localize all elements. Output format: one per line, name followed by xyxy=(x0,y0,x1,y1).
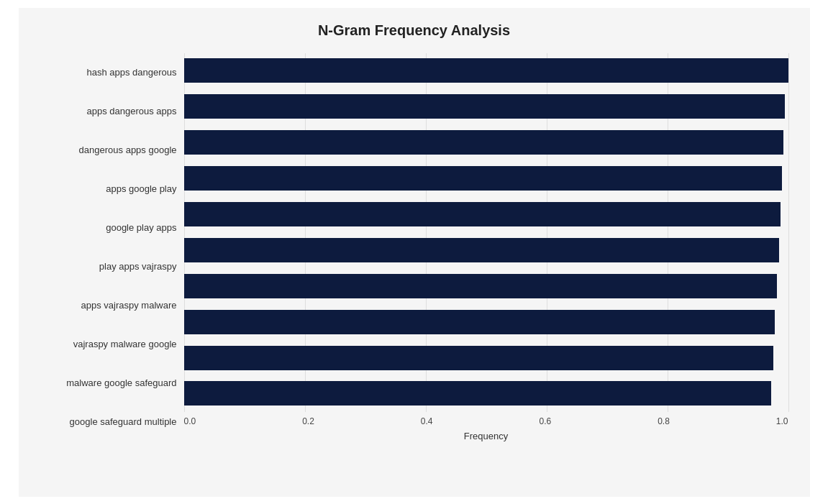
x-axis-label: Frequency xyxy=(184,431,788,441)
chart-container: N-Gram Frequency Analysis hash apps dang… xyxy=(19,8,810,497)
bar-row xyxy=(184,308,788,336)
bar xyxy=(184,238,779,262)
grid-line xyxy=(788,53,789,412)
y-label: dangerous apps google xyxy=(79,145,177,156)
y-label: apps google play xyxy=(106,183,176,195)
y-label: apps vajraspy malware xyxy=(81,300,177,311)
bar-row xyxy=(184,57,788,84)
bar xyxy=(184,202,781,226)
bar-row xyxy=(184,380,788,407)
bar xyxy=(184,381,771,406)
bar-row xyxy=(184,272,788,300)
chart-area: hash apps dangerousapps dangerous appsda… xyxy=(40,53,788,441)
bar-row xyxy=(184,201,788,228)
x-tick: 0.8 xyxy=(658,416,670,426)
bar xyxy=(184,274,778,298)
bar-row xyxy=(184,129,788,156)
x-tick: 0.0 xyxy=(184,416,196,426)
y-label: play apps vajraspy xyxy=(99,261,177,272)
y-label: google play apps xyxy=(106,222,176,234)
plot-area: 0.00.20.40.60.81.0 Frequency xyxy=(184,53,788,441)
bars-wrapper xyxy=(184,53,788,412)
x-tick: 0.6 xyxy=(539,416,551,426)
y-axis: hash apps dangerousapps dangerous appsda… xyxy=(40,53,184,441)
y-label: google safeguard multiple xyxy=(70,416,177,428)
bar-row xyxy=(184,344,788,372)
x-tick: 1.0 xyxy=(776,416,788,426)
bar xyxy=(184,346,773,370)
y-label: vajraspy malware google xyxy=(73,339,177,350)
x-tick: 0.2 xyxy=(302,416,314,426)
y-label: malware google safeguard xyxy=(66,377,176,389)
bar-row xyxy=(184,237,788,264)
y-label: apps dangerous apps xyxy=(86,106,176,117)
x-tick: 0.4 xyxy=(421,416,433,426)
bar-row xyxy=(184,93,788,120)
bar xyxy=(184,310,775,334)
bar xyxy=(184,166,783,191)
bar xyxy=(184,58,788,83)
bar xyxy=(184,94,786,119)
chart-title: N-Gram Frequency Analysis xyxy=(40,22,788,39)
bar xyxy=(184,130,783,155)
x-axis: 0.00.20.40.60.81.0 xyxy=(184,416,788,426)
y-label: hash apps dangerous xyxy=(86,67,176,78)
bar-row xyxy=(184,165,788,192)
